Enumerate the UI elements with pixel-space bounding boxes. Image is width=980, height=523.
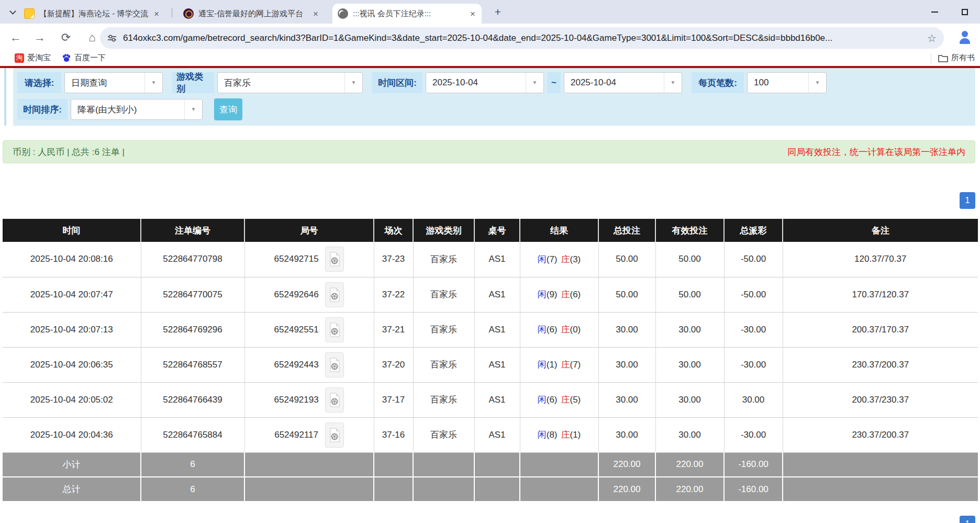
cell-valid-bet: 50.00 xyxy=(655,277,724,312)
caret-down-icon: ▼ xyxy=(144,73,162,93)
all-bookmarks-folder[interactable]: 所有书 xyxy=(938,53,975,63)
video-replay-button[interactable] xyxy=(325,247,344,272)
banker-score: (0) xyxy=(570,325,581,335)
player-score: (1) xyxy=(547,360,558,370)
bookmark-taobao[interactable]: 淘 爱淘宝 xyxy=(15,53,51,63)
cell-result: 闲(6)庄(0) xyxy=(520,312,598,347)
pagination-page-1[interactable]: 1 xyxy=(960,192,975,209)
tab-close-icon[interactable]: × xyxy=(312,9,319,18)
tune-icon[interactable] xyxy=(107,34,117,43)
cell-note: 170.37/120.37 xyxy=(783,277,978,312)
game-category-select[interactable]: 百家乐 ▼ xyxy=(217,72,363,93)
caret-down-icon: ▼ xyxy=(344,73,362,93)
page-size-select[interactable]: 100 ▼ xyxy=(747,72,827,93)
tab-close-icon[interactable]: × xyxy=(469,9,476,18)
back-icon[interactable]: ← xyxy=(6,28,25,47)
home-icon[interactable]: ⌂ xyxy=(83,28,102,47)
forward-icon[interactable]: → xyxy=(30,28,49,47)
cell-result: 闲(6)庄(5) xyxy=(520,382,598,417)
cell-bet-id: 522864769296 xyxy=(141,312,244,347)
total-count: 6 xyxy=(141,477,244,502)
taobao-icon: 淘 xyxy=(15,53,24,63)
round-number: 652492117 xyxy=(274,430,318,440)
maximize-icon xyxy=(962,9,968,15)
cell-payout: -30.00 xyxy=(724,347,783,382)
video-replay-button[interactable] xyxy=(325,422,344,448)
video-replay-button[interactable] xyxy=(325,387,344,413)
browser-tab-1[interactable]: 【新提醒】海燕论坛 - 博学交流 × xyxy=(19,4,165,24)
pagination-page-1-bottom[interactable]: 1 xyxy=(960,516,975,523)
cell-note: 120.37/70.37 xyxy=(783,242,978,277)
header-payout: 总派彩 xyxy=(724,219,783,242)
cell-total-bet-link[interactable]: 30.00 xyxy=(598,347,655,382)
cell-valid-bet: 30.00 xyxy=(655,382,724,417)
cell-total-bet-link[interactable]: 30.00 xyxy=(598,382,655,417)
browser-tab-3-active[interactable]: :::视讯 会员下注纪录::: × xyxy=(332,4,482,24)
all-bookmarks-label: 所有书 xyxy=(951,53,975,63)
profile-avatar[interactable] xyxy=(956,29,973,46)
browser-tab-2[interactable]: 通宝-信誉最好的网上游戏平台 × xyxy=(178,4,325,24)
tab-close-icon[interactable]: × xyxy=(153,9,160,18)
note-favicon-icon xyxy=(24,8,35,19)
cell-total-bet-link[interactable]: 50.00 xyxy=(598,277,655,312)
cell-session: 37-16 xyxy=(374,417,413,452)
subtotal-empty xyxy=(520,452,598,477)
bookmarks-divider xyxy=(931,53,931,64)
cell-valid-bet: 30.00 xyxy=(655,347,724,382)
refresh-icon[interactable]: ⟳ xyxy=(57,28,75,47)
subtotal-label: 小计 xyxy=(3,452,141,477)
player-result-label: 闲 xyxy=(538,254,547,264)
time-sort-select[interactable]: 降幂(由大到小) ▼ xyxy=(71,99,203,120)
cell-round: 652492646 xyxy=(244,277,374,312)
maximize-button[interactable] xyxy=(950,0,980,24)
cell-round: 652492715 xyxy=(244,242,374,277)
currency-total-text: 币别 : 人民币 | 总共 :6 注单 | xyxy=(13,146,125,158)
filter-row-1: 请选择: 日期查询 ▼ 游戏类别 百家乐 ▼ 时间区间: 2025-10-04 … xyxy=(17,72,975,93)
video-replay-button[interactable] xyxy=(325,352,344,377)
bookmark-label: 爱淘宝 xyxy=(27,53,51,63)
cell-note: 200.37/170.37 xyxy=(783,312,978,347)
caret-down-icon: ▼ xyxy=(526,73,543,93)
subtotal-valid-bet: 220.00 xyxy=(655,452,724,477)
minimize-button[interactable] xyxy=(919,0,950,24)
game-category-label: 游戏类别 xyxy=(172,72,214,93)
cell-game: 百家乐 xyxy=(413,417,474,452)
cell-bet-id: 522864770798 xyxy=(141,242,244,277)
player-result-label: 闲 xyxy=(538,430,547,440)
banker-score: (7) xyxy=(570,360,581,370)
bookmark-star-icon[interactable]: ☆ xyxy=(927,32,937,44)
date-start-select[interactable]: 2025-10-04 ▼ xyxy=(426,72,544,93)
player-result-label: 闲 xyxy=(538,290,547,299)
video-replay-button[interactable] xyxy=(325,282,344,307)
cell-total-bet-link[interactable]: 30.00 xyxy=(598,312,655,347)
cell-table-no: AS1 xyxy=(474,242,520,277)
new-tab-button[interactable]: + xyxy=(491,5,505,19)
url-text[interactable]: 614oxkc3.com/game/betrecord_search/kind3… xyxy=(123,33,922,43)
select-type-label: 请选择: xyxy=(17,72,61,93)
subtotal-empty xyxy=(374,452,413,477)
query-type-select[interactable]: 日期查询 ▼ xyxy=(64,72,163,93)
tab-search-chevron-icon[interactable] xyxy=(7,7,18,18)
cell-table-no: AS1 xyxy=(474,277,520,312)
cell-total-bet-link[interactable]: 50.00 xyxy=(598,242,655,277)
video-replay-button[interactable] xyxy=(325,317,344,342)
coin-favicon-icon xyxy=(183,8,194,19)
cell-table-no: AS1 xyxy=(474,347,520,382)
subtotal-count: 6 xyxy=(141,452,244,477)
cell-bet-id: 522864765884 xyxy=(141,417,244,452)
filter-panel: 请选择: 日期查询 ▼ 游戏类别 百家乐 ▼ 时间区间: 2025-10-04 … xyxy=(13,68,975,126)
bookmark-baidu[interactable]: 百度一下 xyxy=(62,53,106,63)
date-end-select[interactable]: 2025-10-04 ▼ xyxy=(564,72,682,93)
browser-toolbar: ← → ⟳ ⌂ 614oxkc3.com/game/betrecord_sear… xyxy=(0,24,980,52)
filter-panel-edge xyxy=(4,68,6,126)
cell-time: 2025-10-04 20:05:02 xyxy=(3,382,141,417)
query-button[interactable]: 查询 xyxy=(214,98,242,120)
cell-total-bet-link[interactable]: 30.00 xyxy=(598,417,655,452)
film-document-icon xyxy=(329,322,340,337)
cell-round: 652492551 xyxy=(244,312,374,347)
cell-result: 闲(7)庄(3) xyxy=(520,242,598,277)
address-bar[interactable]: 614oxkc3.com/game/betrecord_search/kind3… xyxy=(100,27,944,49)
cell-payout: 30.00 xyxy=(724,382,783,417)
table-row: 2025-10-04 20:07:13 522864769296 6524925… xyxy=(3,312,978,347)
header-game: 游戏类别 xyxy=(413,219,474,242)
